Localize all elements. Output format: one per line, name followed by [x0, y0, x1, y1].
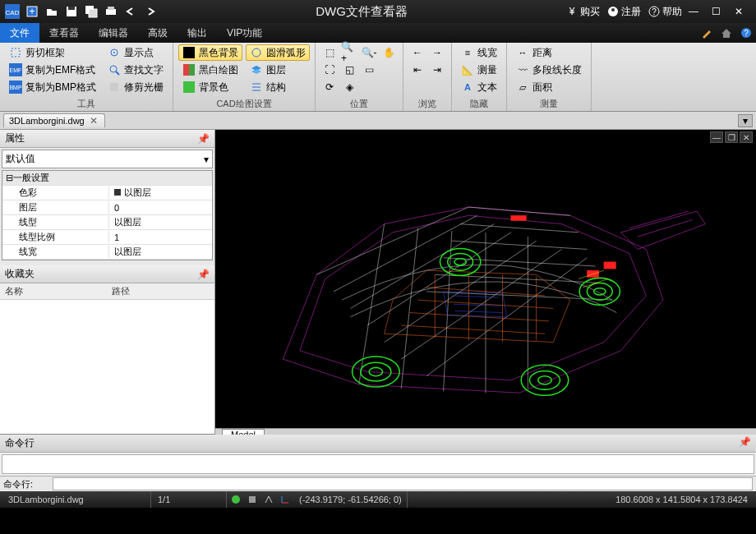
new-icon[interactable]: + — [23, 2, 41, 21]
svg-rect-46 — [249, 496, 256, 503]
close-tab-icon[interactable]: ✕ — [88, 115, 99, 127]
fit-icon[interactable]: ⛶ — [320, 62, 339, 78]
menu-file[interactable]: 文件 — [0, 23, 39, 43]
last-icon[interactable]: ⇥ — [428, 62, 446, 78]
prop-row[interactable]: 线型以图层 — [2, 215, 212, 230]
distance-button[interactable]: ↔距离 — [512, 44, 586, 61]
status-dims: 180.6008 x 141.5804 x 173.8424 — [611, 491, 753, 508]
prop-section[interactable]: ⊟ 一般设置 — [2, 171, 212, 186]
find-text-button[interactable]: 查找文字 — [104, 62, 168, 78]
file-tab-label: 3DLamborgini.dwg — [9, 116, 85, 126]
linewidth-button[interactable]: ≡线宽 — [457, 44, 501, 61]
prop-row[interactable]: 色彩以图层 — [2, 186, 212, 200]
zoom-out-icon[interactable]: 🔍- — [360, 44, 378, 61]
undo-icon[interactable] — [122, 2, 140, 21]
status-icon[interactable] — [261, 493, 276, 506]
minimize-icon[interactable]: — — [689, 6, 705, 17]
menu-vip[interactable]: VIP功能 — [217, 23, 272, 43]
black-bg-button[interactable]: 黑色背景 — [178, 44, 242, 61]
home-icon[interactable] — [717, 23, 736, 43]
view3d-icon[interactable]: ◈ — [340, 79, 358, 95]
command-header: 命令行 📌 — [0, 435, 756, 453]
vp-restore-icon[interactable]: ❐ — [725, 131, 738, 143]
buy-link[interactable]: ¥购买 — [565, 5, 600, 19]
next-icon[interactable]: → — [428, 44, 446, 61]
prop-row[interactable]: 线型比例1 — [2, 230, 212, 245]
prop-row[interactable]: 线宽以图层 — [2, 245, 212, 260]
text-button[interactable]: A文本 — [457, 79, 501, 95]
pin-icon[interactable]: 📌 — [739, 436, 751, 450]
close-icon[interactable]: ✕ — [735, 6, 751, 17]
menu-output[interactable]: 输出 — [177, 23, 217, 43]
copy-emf-button[interactable]: EMF复制为EMF格式 — [5, 62, 100, 78]
vp-minimize-icon[interactable]: — — [710, 131, 723, 143]
saveall-icon[interactable] — [82, 2, 100, 21]
prev-icon[interactable]: ← — [408, 44, 426, 61]
menu-viewer[interactable]: 查看器 — [39, 23, 89, 43]
menu-editor[interactable]: 编辑器 — [89, 23, 138, 43]
pin-icon[interactable]: 📌 — [197, 269, 210, 280]
first-icon[interactable]: ⇤ — [408, 62, 426, 78]
command-input[interactable] — [53, 477, 753, 490]
show-point-button[interactable]: 显示点 — [104, 44, 168, 61]
help-link[interactable]: ?帮助 — [648, 5, 682, 19]
status-icon[interactable] — [228, 493, 243, 506]
edit-icon[interactable] — [697, 23, 717, 43]
polylen-button[interactable]: 〰多段线长度 — [512, 62, 586, 78]
layer-button[interactable]: 图层 — [246, 62, 310, 78]
props-combo[interactable]: 默认值▾ — [2, 150, 213, 168]
status-ucs-icon[interactable] — [278, 493, 293, 506]
drawing-canvas[interactable]: — ❐ ✕ — [215, 130, 756, 428]
extent-icon[interactable]: ◱ — [340, 62, 358, 78]
command-history[interactable] — [2, 454, 754, 474]
ribbon-group-browse: ←→ ⇤⇥ 浏览 — [403, 43, 452, 111]
print-icon[interactable] — [102, 2, 120, 21]
group-label: 工具 — [5, 97, 168, 111]
maximize-icon[interactable]: ☐ — [712, 6, 728, 17]
svg-line-20 — [116, 71, 119, 75]
save-icon[interactable] — [62, 2, 81, 21]
orbit-icon[interactable]: ⟳ — [320, 79, 339, 95]
app-icon[interactable]: CAD — [3, 2, 21, 21]
status-file: 3DLamborgini.dwg — [3, 491, 151, 508]
svg-rect-22 — [183, 47, 195, 58]
zoom-in-icon[interactable]: 🔍+ — [340, 44, 358, 61]
menu-advanced[interactable]: 高级 — [138, 23, 177, 43]
zoom-window-icon[interactable]: ⬚ — [320, 44, 339, 61]
copy-bmp-button[interactable]: BMP复制为BMP格式 — [5, 79, 100, 95]
svg-point-38 — [454, 259, 466, 265]
tab-dropdown-icon[interactable]: ▾ — [738, 114, 753, 127]
help-icon[interactable]: ? — [736, 23, 756, 43]
ribbon: 剪切框架 EMF复制为EMF格式 BMP复制为BMP格式 显示点 查找文字 修剪… — [0, 43, 756, 112]
vp-close-icon[interactable]: ✕ — [740, 131, 753, 143]
svg-point-31 — [361, 362, 391, 381]
register-link[interactable]: 注册 — [606, 5, 641, 19]
fav-columns: 名称路径 — [0, 283, 214, 300]
smooth-arc-button[interactable]: 圆滑弧形 — [246, 44, 310, 61]
bg-color-button[interactable]: 背景色 — [178, 79, 242, 95]
svg-point-18 — [113, 52, 115, 53]
status-icon[interactable] — [245, 493, 260, 506]
svg-point-30 — [353, 357, 400, 387]
command-line: 命令行: — [0, 476, 756, 491]
struct-button[interactable]: 结构 — [246, 79, 310, 95]
svg-rect-16 — [12, 48, 20, 57]
bw-draw-button[interactable]: 黑白绘图 — [178, 62, 242, 78]
area-button[interactable]: ▱面积 — [512, 79, 586, 95]
pin-icon[interactable]: 📌 — [197, 133, 210, 145]
status-page: 1/1 — [153, 491, 227, 508]
region-icon[interactable]: ▭ — [360, 62, 378, 78]
cut-frame-button[interactable]: 剪切框架 — [5, 44, 100, 61]
open-icon[interactable] — [43, 2, 61, 21]
svg-rect-42 — [604, 262, 615, 269]
favorites-header: 收藏夹 📌 — [0, 265, 214, 283]
svg-text:?: ? — [652, 7, 657, 16]
redo-icon[interactable] — [141, 2, 159, 21]
svg-point-32 — [369, 367, 382, 375]
trim-raster-button[interactable]: 修剪光栅 — [104, 79, 168, 95]
prop-row[interactable]: 图层0 — [2, 200, 212, 215]
measure-button[interactable]: 📐测量 — [457, 62, 501, 78]
file-tab[interactable]: 3DLamborgini.dwg ✕ — [3, 113, 105, 127]
svg-rect-8 — [106, 9, 116, 15]
pan-icon[interactable]: ✋ — [380, 44, 398, 61]
